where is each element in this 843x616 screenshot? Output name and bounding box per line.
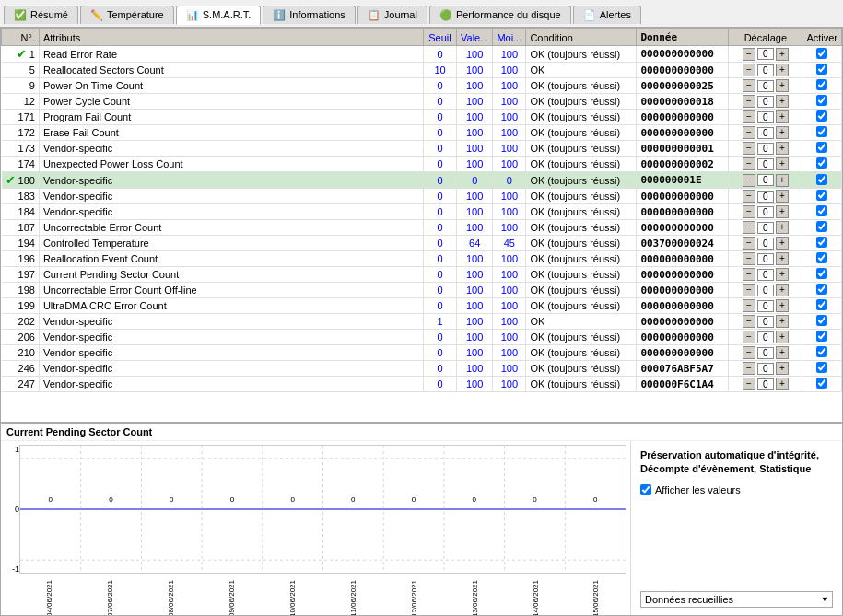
activer-checkbox[interactable] (816, 157, 827, 169)
tab-journal[interactable]: 📋 Journal (357, 6, 427, 24)
tab-informations[interactable]: ℹ️ Informations (263, 6, 356, 24)
activer-checkbox[interactable] (816, 315, 827, 326)
decalage-minus-btn[interactable]: − (743, 190, 755, 203)
decalage-minus-btn[interactable]: − (743, 362, 755, 375)
decalage-minus-btn[interactable]: − (743, 252, 755, 265)
activer-checkbox[interactable] (816, 331, 827, 342)
cell-cond: OK (toujours réussi) (526, 283, 637, 298)
smart-table-area[interactable]: N°. Attributs Seuil Vale... Moi... Condi… (0, 28, 843, 423)
decalage-minus-btn[interactable]: − (743, 142, 755, 155)
decalage-plus-btn[interactable]: + (776, 362, 789, 375)
decalage-plus-btn[interactable]: + (776, 315, 789, 328)
decalage-minus-btn[interactable]: − (743, 268, 755, 281)
tab-resume[interactable]: ✅ Résumé (4, 6, 78, 24)
cell-donnee: 000000000002 (637, 157, 729, 172)
cell-donnee: 000000F6C1A4 (637, 377, 729, 392)
decalage-plus-btn[interactable]: + (776, 157, 789, 170)
activer-checkbox[interactable] (816, 95, 827, 106)
tab-smart[interactable]: 📊 S.M.A.R.T. (176, 6, 262, 25)
activer-checkbox[interactable] (816, 268, 827, 279)
decalage-plus-btn[interactable]: + (776, 331, 789, 343)
cell-donnee: 000000000000 (637, 267, 729, 283)
decalage-value: 0 (757, 347, 774, 359)
decalage-plus-btn[interactable]: + (776, 237, 789, 250)
decalage-minus-btn[interactable]: − (743, 126, 755, 139)
svg-text:0: 0 (230, 495, 235, 504)
chart-title: Current Pending Sector Count (1, 424, 842, 441)
decalage-minus-btn[interactable]: − (743, 95, 755, 108)
cell-num: ✔ 1 (2, 46, 40, 63)
activer-checkbox[interactable] (816, 205, 827, 216)
decalage-minus-btn[interactable]: − (743, 205, 755, 218)
decalage-minus-btn[interactable]: − (743, 315, 755, 328)
cell-attr: Vendor-specific (39, 330, 423, 345)
decalage-minus-btn[interactable]: − (743, 378, 755, 390)
decalage-minus-btn[interactable]: − (743, 64, 755, 76)
tab-alertes[interactable]: 📄 Alertes (573, 6, 641, 24)
decalage-plus-btn[interactable]: + (776, 79, 789, 92)
tab-temperature[interactable]: ✏️ Température (80, 6, 174, 24)
activer-checkbox[interactable] (816, 110, 827, 122)
donnees-dropdown[interactable]: Données recueillies (640, 591, 833, 608)
cell-seuil: 10 (424, 63, 457, 78)
activer-checkbox[interactable] (816, 346, 827, 357)
cell-decalage: − 0 + (729, 141, 802, 157)
activer-checkbox[interactable] (816, 142, 827, 153)
decalage-plus-btn[interactable]: + (776, 346, 789, 359)
decalage-minus-btn[interactable]: − (743, 346, 755, 359)
cell-val: 100 (457, 141, 493, 157)
activer-checkbox[interactable] (816, 64, 827, 75)
activer-checkbox[interactable] (816, 221, 827, 232)
decalage-plus-btn[interactable]: + (776, 299, 789, 312)
activer-checkbox[interactable] (816, 190, 827, 201)
x-label-4: 10/06/2021 (288, 580, 297, 615)
decalage-minus-btn[interactable]: − (743, 237, 755, 250)
decalage-plus-btn[interactable]: + (776, 174, 789, 187)
col-attr: Attributs (39, 29, 423, 46)
decalage-minus-btn[interactable]: − (743, 48, 755, 61)
decalage-plus-btn[interactable]: + (776, 378, 789, 390)
afficher-valeurs-checkbox[interactable] (640, 484, 651, 495)
decalage-plus-btn[interactable]: + (776, 268, 789, 281)
cell-cond: OK (toujours réussi) (526, 345, 637, 361)
decalage-minus-btn[interactable]: − (743, 299, 755, 312)
activer-checkbox[interactable] (816, 362, 827, 373)
activer-checkbox[interactable] (816, 79, 827, 90)
decalage-plus-btn[interactable]: + (776, 205, 789, 218)
decalage-minus-btn[interactable]: − (743, 79, 755, 92)
cell-attr: Vendor-specific (39, 204, 423, 220)
decalage-minus-btn[interactable]: − (743, 284, 755, 296)
decalage-plus-btn[interactable]: + (776, 190, 789, 203)
cell-num: 206 (2, 330, 40, 345)
activer-checkbox[interactable] (816, 126, 827, 137)
cell-num: 198 (2, 283, 40, 298)
cell-activer (802, 172, 842, 189)
table-row: 174Unexpected Power Loss Count0100100OK … (2, 157, 842, 172)
decalage-minus-btn[interactable]: − (743, 331, 755, 343)
decalage-plus-btn[interactable]: + (776, 284, 789, 296)
tab-performance[interactable]: 🟢 Performance du disque (429, 6, 571, 24)
decalage-minus-btn[interactable]: − (743, 174, 755, 187)
activer-checkbox[interactable] (816, 284, 827, 295)
decalage-minus-btn[interactable]: − (743, 221, 755, 234)
decalage-plus-btn[interactable]: + (776, 110, 789, 123)
decalage-plus-btn[interactable]: + (776, 126, 789, 139)
svg-text:0: 0 (351, 495, 356, 504)
decalage-plus-btn[interactable]: + (776, 48, 789, 61)
activer-checkbox[interactable] (816, 174, 827, 185)
activer-checkbox[interactable] (816, 378, 827, 389)
activer-checkbox[interactable] (816, 237, 827, 248)
activer-checkbox[interactable] (816, 48, 827, 59)
decalage-plus-btn[interactable]: + (776, 252, 789, 265)
main-content: N°. Attributs Seuil Vale... Moi... Condi… (0, 28, 843, 616)
afficher-valeurs-label[interactable]: Afficher les valeurs (640, 484, 833, 495)
table-row: 197Current Pending Sector Count0100100OK… (2, 267, 842, 283)
activer-checkbox[interactable] (816, 252, 827, 263)
decalage-plus-btn[interactable]: + (776, 142, 789, 155)
decalage-plus-btn[interactable]: + (776, 95, 789, 108)
decalage-plus-btn[interactable]: + (776, 64, 789, 76)
decalage-minus-btn[interactable]: − (743, 157, 755, 170)
activer-checkbox[interactable] (816, 299, 827, 310)
decalage-plus-btn[interactable]: + (776, 221, 789, 234)
decalage-minus-btn[interactable]: − (743, 110, 755, 123)
